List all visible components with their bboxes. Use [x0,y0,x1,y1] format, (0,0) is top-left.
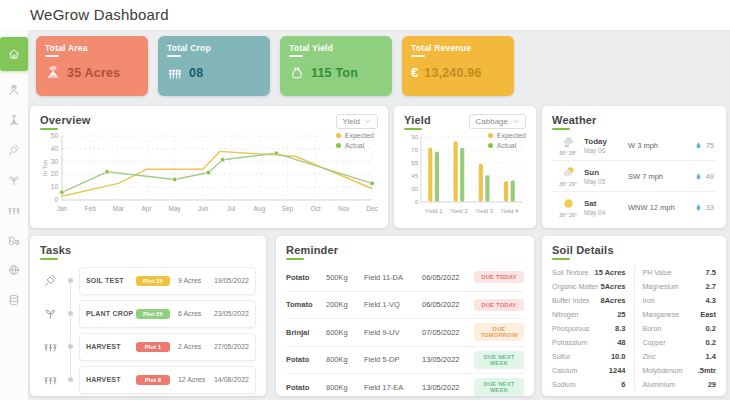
reminder-field: Field 9-UV [364,328,422,337]
weather-row: 36° 29° SunMay 05 SW 7 mph 49 [552,160,716,191]
svg-text:0: 0 [54,196,58,203]
expected-dot-icon [488,133,493,138]
task-card[interactable]: SOIL TEST Plot 15 9 Acres 19/05/2022 [79,267,256,295]
sidebar-item-field[interactable] [0,105,28,135]
soil-row: Phosporous 8.3 [552,321,626,335]
drop-icon [694,202,703,213]
rain-cloud-icon [560,134,577,149]
task-acres: 12 Acres [178,376,214,383]
soil-row: Sodium 6 [552,377,626,391]
soil-label: Calcium [552,367,577,374]
soil-columns: Soil Texture 15 Acres Organic Matter 5Ac… [552,265,716,391]
soil-label: Potrassium [552,339,587,346]
soil-label: Copper [643,339,666,346]
reminder-row[interactable]: Potato 800Kg Field 17-EA 13/05/2022 DUE … [286,373,524,400]
reminder-quantity: 800Kg [326,355,364,364]
reminder-quantity: 600Kg [326,328,364,337]
overview-filter-dropdown[interactable]: Yield [336,114,379,129]
sidebar-item-farmer[interactable] [0,75,28,105]
svg-text:70: 70 [411,147,418,153]
task-card[interactable]: HARVEST Plot 1 2 Acres 27/05/2022 [79,333,256,361]
weather-wind: W 3 mph [628,141,694,150]
tractor-icon [7,233,21,247]
task-row: HARVEST Plot 8 12 Acres 14/08/2022 [40,365,256,394]
reminder-field: Field 5-DP [364,355,422,364]
soil-row: Zinc 1.4 [643,349,717,363]
soil-label: Soil Texture [552,269,588,276]
reminder-row[interactable]: Tomato 200Kg Field 1-VQ 06/05/2022 DUE T… [286,291,524,319]
reminder-row[interactable]: Potato 800Kg Field 5-DP 13/05/2022 DUE N… [286,346,524,374]
soil-row: Soil Texture 15 Acres [552,265,626,279]
sidebar-item-finance[interactable] [0,285,28,315]
actual-dot-icon [488,143,493,148]
task-title: HARVEST [86,376,136,383]
reminder-status-badge: DUE TODAY [474,271,524,283]
task-title: PLANT CROP [86,310,136,317]
task-card[interactable]: HARVEST Plot 8 12 Acres 14/08/2022 [79,366,256,394]
soil-value: 48 [617,338,625,347]
actual-dot-icon [336,143,341,148]
plant-roots-icon [45,65,61,81]
stat-card-total-area[interactable]: Total Area 35 Acres [36,36,148,96]
timeline-dot-icon [62,376,79,383]
weather-row: 36° 26° SatMay 04 WNW 12 mph 33 [552,191,716,222]
soil-value: 1.4 [706,352,716,361]
sidebar-item-soil-test[interactable] [0,135,28,165]
sidebar-item-harvest[interactable] [0,195,28,225]
weather-temps: 36° 28° [559,150,577,156]
soil-test-icon [43,273,58,288]
overview-legend: Expected Actual [336,132,374,149]
stat-card-label: Total Revenue [411,43,505,57]
sidebar-item-plant-crop[interactable] [0,165,28,195]
reminder-row[interactable]: Potato 500Kg Field 11-DA 06/05/2022 DUE … [286,264,524,291]
reminder-row[interactable]: Brinjal 600Kg Field 9-UV 07/05/2022 DUE … [286,318,524,346]
drop-icon [694,171,703,182]
yield-crop-dropdown[interactable]: Cabbage [469,114,526,129]
task-card[interactable]: PLANT CROP Plot 25 6 Acres 23/05/2022 [79,300,256,328]
task-acres: 9 Acres [178,277,214,284]
reminder-status-badge: DUE TODAY [474,299,524,311]
sidebar-item-home[interactable] [0,37,28,71]
soil-row: PH Value 7.5 [643,265,717,279]
svg-text:Yield 3: Yield 3 [475,208,494,214]
weather-temps: 36° 26° [559,212,577,218]
sidebar-item-globe[interactable] [0,255,28,285]
soil-label: Aluminium [643,381,676,388]
svg-text:10: 10 [51,183,59,190]
soil-row: Buffer Index 8Acres [552,293,626,307]
task-acres: 6 Acres [178,310,214,317]
task-plot-badge: Plot 25 [136,309,170,319]
soil-value: 8.3 [615,324,625,333]
field-icon [7,113,21,127]
home-icon [7,47,21,61]
stat-card-total-yield[interactable]: Total Yield 115 Ton [280,36,392,96]
legend-expected-label: Expected [345,132,374,139]
reminder-field: Field 1-VQ [364,300,422,309]
soil-value: 15 Acres [595,268,626,277]
weather-wind: WNW 12 mph [628,203,694,212]
svg-text:Sep: Sep [282,205,294,213]
sidebar-item-tractor[interactable] [0,225,28,255]
svg-text:Apr: Apr [141,205,152,213]
timeline-dot-icon [62,310,79,317]
stat-card-total-crop[interactable]: Total Crop 08 [158,36,270,96]
yield-dropdown-value: Cabbage [476,117,508,126]
weather-date: May 06 [584,147,628,154]
weather-date: May 04 [584,209,628,216]
stat-card-total-revenue[interactable]: Total Revenue € 13,240.96 [402,36,514,96]
stat-card-label: Total Area [45,43,139,57]
overview-title: Overview [40,114,91,130]
soil-value: 2.7 [706,282,716,291]
svg-text:May: May [169,205,182,213]
svg-text:45: 45 [411,173,418,179]
stat-card-label: Total Crop [167,43,261,57]
soil-value: East [700,310,716,319]
soil-row: Copper 0.2 [643,335,717,349]
chevron-down-icon [512,118,519,125]
weather-wind: SW 7 mph [628,172,694,181]
soil-row: Molybdenum .5mtr [643,363,717,377]
stat-card-value: 13,240.96 [424,66,481,80]
reminder-date: 13/05/2022 [422,383,474,392]
svg-text:0: 0 [415,199,419,205]
soil-value: 10.0 [611,352,626,361]
